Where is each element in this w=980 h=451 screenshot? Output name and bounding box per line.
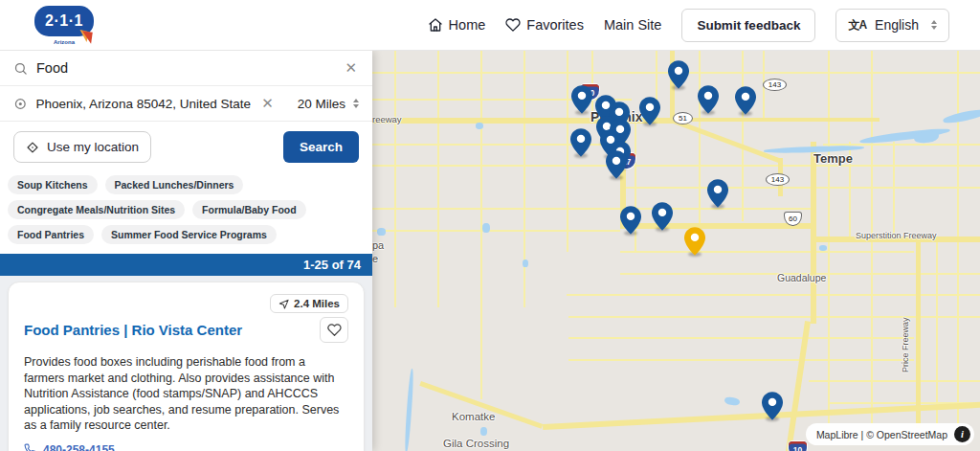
logo-text: 2·1·1 [45, 12, 83, 30]
road [480, 51, 482, 309]
filter-chip[interactable]: Formula/Baby Food [192, 200, 306, 219]
keyword-input[interactable]: Food [36, 60, 334, 76]
results-count-bar: 1-25 of 74 [0, 254, 372, 276]
road [620, 187, 980, 189]
app-window: 2·1·1 Arizona Home Favorites Main Site S… [0, 0, 980, 451]
road [480, 307, 482, 399]
water-feature [377, 228, 386, 236]
distance-badge[interactable]: 2.4 Miles [270, 294, 348, 313]
211-logo-bubble: 2·1·1 [34, 6, 94, 36]
map-label-guadalupe: Guadalupe [777, 272, 826, 283]
filter-chip[interactable]: Soup Kitchens [8, 175, 98, 194]
map[interactable]: MapLibre | © OpenStreetMap i PhoenixTemp… [372, 51, 980, 451]
map-pin-blue[interactable] [668, 60, 689, 89]
map-pin-selected[interactable] [684, 227, 705, 256]
map-label-partial_pa: pa [372, 239, 384, 251]
distance-value: 2.4 Miles [294, 298, 340, 309]
language-selector[interactable]: 文A English [835, 9, 949, 42]
filter-chip[interactable]: Congregate Meals/Nutrition Sites [8, 200, 185, 219]
filter-chip[interactable]: Summer Food Service Programs [101, 225, 277, 244]
nav-main-site-label: Main Site [604, 17, 661, 33]
freeway-road [620, 223, 813, 229]
search-actions-row: Use my location Search [0, 122, 372, 169]
map-pin-blue[interactable] [571, 85, 592, 114]
road [567, 337, 914, 339]
road [699, 51, 701, 252]
phone-link[interactable]: 480-258-4155 [24, 443, 348, 451]
chevron-updown-icon [931, 20, 937, 30]
freeway-road [916, 237, 921, 428]
map-pin-blue[interactable] [620, 206, 641, 235]
211-logo[interactable]: 2·1·1 Arizona [34, 6, 94, 45]
use-my-location-button[interactable]: Use my location [13, 131, 151, 163]
navigation-arrow-icon [278, 299, 289, 309]
nav-favorites[interactable]: Favorites [505, 17, 584, 33]
water-feature [523, 259, 528, 267]
road [394, 51, 396, 309]
map-pin-blue[interactable] [606, 150, 627, 179]
nav-main-site[interactable]: Main Site [604, 17, 661, 33]
clear-location-icon[interactable]: ✕ [259, 95, 276, 112]
location-search-row: Phoenix, Arizona 85042, United States ✕ … [0, 86, 372, 122]
highway-shield-state_51: 51 [673, 112, 693, 124]
filter-chip[interactable]: Food Pantries [8, 225, 94, 244]
water-feature [724, 396, 740, 407]
freeway-road [670, 118, 781, 163]
heart-icon [505, 17, 521, 33]
attribution-text: MapLibre | © OpenStreetMap [816, 429, 947, 440]
category-chips: Soup KitchensPacked Lunches/DinnersCongr… [0, 169, 372, 254]
map-label-superstition: Superstition Freeway [856, 231, 937, 240]
map-pin-blue[interactable] [570, 128, 591, 157]
water-feature [480, 427, 487, 436]
map-pin-blue[interactable] [762, 392, 783, 420]
road [372, 230, 620, 232]
map-pin-blue[interactable] [698, 85, 719, 114]
result-title-link[interactable]: Food Pantries | Rio Vista Center [24, 322, 242, 338]
phone-icon [24, 443, 36, 451]
road [620, 251, 914, 253]
road [567, 51, 568, 252]
radius-value: 20 Miles [298, 97, 345, 111]
map-label-komatke: Komatke [452, 411, 495, 422]
location-target-icon [13, 97, 28, 111]
map-label-partial_e: e [372, 253, 378, 264]
map-pin-blue[interactable] [707, 179, 728, 208]
water-feature [819, 245, 827, 251]
clear-keyword-icon[interactable]: ✕ [343, 59, 359, 77]
search-icon [13, 61, 28, 76]
map-pin-blue[interactable] [639, 97, 660, 125]
map-label-freeway_partial: reeway [372, 114, 402, 124]
water-feature [482, 223, 490, 233]
filter-chip[interactable]: Packed Lunches/Dinners [105, 175, 244, 194]
favorite-heart-button[interactable] [320, 317, 348, 343]
info-icon[interactable]: i [954, 426, 970, 442]
highway-shield-interstate_10: 10 [789, 441, 807, 451]
top-header: 2·1·1 Arizona Home Favorites Main Site S… [0, 0, 980, 51]
freeway-road [680, 118, 880, 122]
road [567, 359, 914, 361]
water-feature [943, 107, 980, 124]
map-empty-area [372, 307, 568, 451]
nav-favorites-label: Favorites [526, 17, 584, 33]
result-card[interactable]: 2.4 Miles Food Pantries | Rio Vista Cent… [8, 282, 365, 451]
road [809, 380, 980, 382]
map-pin-blue[interactable] [652, 202, 673, 231]
locate-diamond-icon [26, 141, 39, 154]
nav-home-label: Home [449, 17, 486, 33]
road [437, 51, 439, 309]
submit-feedback-button[interactable]: Submit feedback [681, 9, 815, 42]
logo-subtext: Arizona [54, 39, 75, 45]
home-icon [428, 17, 443, 33]
language-value: English [875, 17, 919, 33]
search-button[interactable]: Search [283, 131, 359, 163]
map-label-price: Price Freeway [901, 317, 910, 372]
nav-home[interactable]: Home [428, 17, 486, 33]
use-my-location-label: Use my location [47, 140, 139, 154]
road [372, 165, 980, 167]
header-nav: Home Favorites Main Site Submit feedback… [428, 9, 980, 42]
location-input[interactable]: Phoenix, Arizona 85042, United States [36, 97, 252, 111]
map-pin-blue[interactable] [735, 86, 756, 115]
road [936, 238, 938, 424]
map-label-tempe: Tempe [813, 151, 853, 166]
radius-select[interactable]: 20 Miles [284, 97, 359, 111]
